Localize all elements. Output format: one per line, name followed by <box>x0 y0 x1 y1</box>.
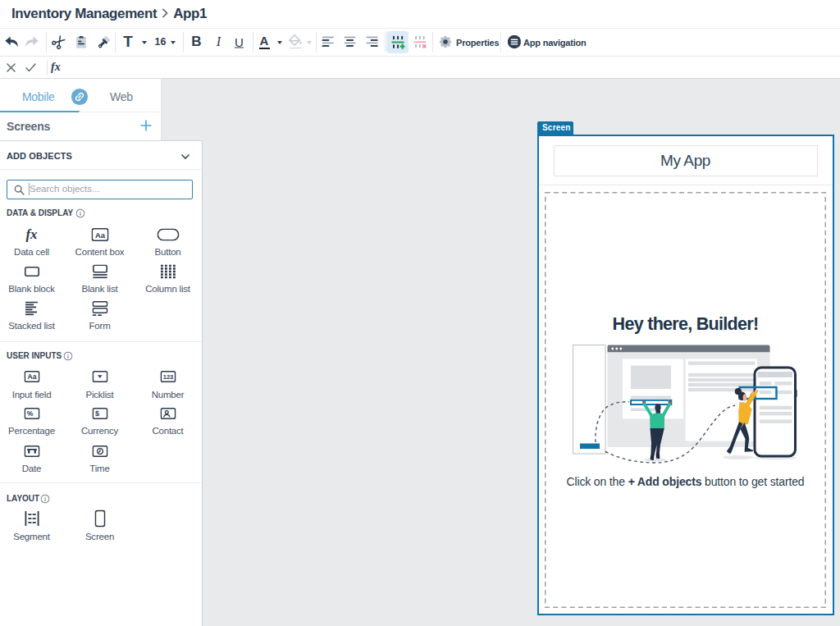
svg-text:Aa: Aa <box>27 372 36 381</box>
svg-text:123: 123 <box>162 373 173 381</box>
svg-text:%: % <box>26 409 33 418</box>
svg-text:Aa: Aa <box>94 230 105 239</box>
svg-text:$: $ <box>94 409 98 418</box>
